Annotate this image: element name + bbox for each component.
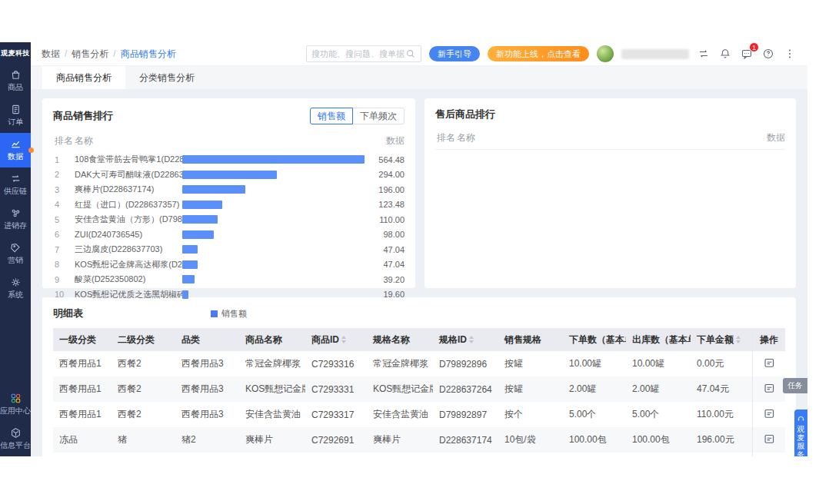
table-cell: 常冠金牌椰浆: [239, 351, 305, 376]
legend-swatch: [211, 310, 218, 317]
product-name: 108食堂带筋去骨鸭掌1(D228637144): [75, 154, 182, 165]
rank-number: 7: [53, 245, 75, 254]
breadcrumb-item[interactable]: 销售分析: [72, 48, 108, 61]
promo-button[interactable]: 新功能上线，点击查看: [488, 46, 589, 61]
sidebar-item-info-platform-hexagon[interactable]: 信息平台: [0, 422, 31, 456]
product-name: 红提（进口）(D228637357): [75, 199, 182, 211]
table-header-cell[interactable]: 下单数（基本单位）: [563, 328, 626, 351]
table-row: 西餐用品1西餐2西餐用品3KOS甄想记金牌高达椰浆C7293331KOS甄想记金…: [53, 376, 785, 402]
breadcrumb-separator: /: [65, 48, 67, 59]
search-icon[interactable]: [405, 48, 416, 59]
row-detail-icon[interactable]: [764, 408, 775, 419]
table-cell: 猪: [112, 427, 175, 453]
sidebar-item-label: 商品: [8, 82, 23, 93]
chart-legend[interactable]: 销售额: [53, 308, 405, 320]
sidebar-item-order-file[interactable]: 订单: [0, 98, 31, 133]
chart-row: 9酸菜(D252350802)39.20: [53, 272, 405, 287]
table-cell: 爽棒片: [367, 427, 433, 453]
table-header-cell[interactable]: 规格ID: [433, 328, 498, 351]
message-badge: 1: [749, 42, 759, 52]
table-cell: 西餐2: [112, 376, 175, 402]
switch-account-icon[interactable]: [697, 47, 711, 61]
sort-caret-icon[interactable]: [469, 336, 474, 343]
value-label: 123.48: [365, 200, 405, 209]
app-window: 观麦科技 商品订单数据供应链进销存营销系统应用中心信息平台 数据 / 销售分析 …: [0, 42, 807, 456]
service-float-button[interactable]: 观麦服务: [794, 410, 807, 456]
sidebar-item-system-gear[interactable]: 系统: [0, 271, 31, 306]
help-icon[interactable]: [761, 47, 775, 61]
table-cell: 西餐用品1: [53, 351, 112, 376]
data-chart-icon: [10, 138, 22, 150]
table-cell: 西餐用品1: [53, 402, 112, 427]
rank-number: 9: [53, 275, 75, 284]
table-action-cell: [752, 453, 785, 456]
tab-active[interactable]: 商品销售分析: [42, 66, 125, 89]
table-header-cell: 二级分类: [112, 328, 175, 351]
rank-number: 6: [53, 230, 75, 239]
avatar[interactable]: [597, 45, 614, 62]
guide-button[interactable]: 新手引导: [429, 46, 480, 61]
value-col-label: 数据: [745, 131, 785, 144]
value-label: 19.60: [365, 290, 405, 299]
bar-track: [182, 215, 365, 224]
order-file-icon: [10, 104, 22, 115]
info-platform-hexagon-icon: [10, 427, 22, 439]
chart-row: 7三边腐皮(D228637703)47.04: [53, 242, 405, 257]
row-detail-icon[interactable]: [764, 433, 775, 445]
sidebar-item-goods-bag[interactable]: 商品: [0, 64, 31, 98]
bar-track: [182, 201, 365, 209]
detail-table-panel: 明细表 一级分类二级分类品类商品名称商品ID规格名称规格ID销售规格下单数（基本…: [42, 297, 796, 456]
chart-row: 4红提（进口）(D228637357)123.48: [53, 197, 405, 213]
table-action-cell: [752, 351, 785, 376]
notification-bell-icon[interactable]: [718, 47, 732, 61]
tab-inactive[interactable]: 分类销售分析: [125, 66, 208, 89]
content: 商品销售排行 销售额下单频次 排名 名称 数据 1108食堂带筋去骨鸭掌1(D2…: [31, 89, 807, 456]
sidebar-item-data-chart[interactable]: 数据: [0, 133, 31, 167]
sidebar-nav: 商品订单数据供应链进销存营销系统应用中心信息平台: [0, 64, 31, 456]
table-cell: D228637264: [433, 376, 498, 402]
table-cell: D228637144: [433, 453, 498, 456]
table-header-cell[interactable]: 出库数（基本单位）: [626, 328, 691, 351]
metric-button[interactable]: 下单频次: [352, 108, 405, 124]
table-cell: 47.04元: [691, 376, 752, 402]
sidebar-collapse-handle[interactable]: [28, 148, 34, 153]
table-cell: 564.48元: [691, 453, 752, 456]
table-action-cell: [752, 402, 785, 427]
table-row: 西餐用品1西餐2西餐用品3安佳含盐黄油（方形）C7293317安佳含盐黄油（方形…: [53, 402, 785, 427]
sort-caret-icon[interactable]: [736, 336, 741, 343]
table-cell: 安佳含盐黄油（方形）: [367, 402, 433, 427]
metric-button[interactable]: 销售额: [310, 108, 353, 124]
table-cell: 西餐2: [112, 351, 175, 376]
table-cell: 5.00个: [626, 402, 691, 427]
table-cell: 2.00罐: [563, 376, 626, 402]
top-row: 商品销售排行 销售额下单频次 排名 名称 数据 1108食堂带筋去骨鸭掌1(D2…: [42, 98, 796, 288]
search-input[interactable]: [311, 49, 405, 58]
sort-caret-icon[interactable]: [341, 336, 346, 343]
sidebar-item-marketing-tag[interactable]: 营销: [0, 237, 31, 271]
bar-track: [182, 171, 365, 179]
table-header-cell[interactable]: 下单金额: [691, 328, 752, 351]
row-detail-icon[interactable]: [764, 357, 775, 369]
bar-track: [182, 245, 365, 254]
more-menu-icon[interactable]: [783, 47, 797, 61]
task-float-tab[interactable]: 任务: [783, 378, 807, 393]
divider: [435, 149, 785, 150]
table-cell: 鸭: [112, 453, 175, 456]
message-icon[interactable]: 1: [740, 47, 754, 61]
rank-number: 2: [53, 170, 75, 179]
sidebar-item-inventory-nodes[interactable]: 进销存: [0, 202, 31, 237]
table-cell: 常冠金牌椰浆: [367, 351, 433, 376]
sidebar-item-app-center-grid[interactable]: 应用中心: [0, 387, 31, 422]
rank-number: 3: [53, 185, 75, 194]
breadcrumb-item[interactable]: 数据: [42, 48, 60, 61]
aftersale-list-header: 排名 名称 数据: [435, 131, 785, 144]
bar-track: [182, 230, 365, 239]
table-header-cell[interactable]: 商品ID: [305, 328, 367, 351]
chart-row: 6ZUI(D240736545)98.00: [53, 227, 405, 243]
metric-toggle-group: 销售额下单频次: [310, 108, 405, 124]
row-detail-icon[interactable]: [764, 383, 775, 394]
sidebar-item-supply-arrows[interactable]: 供应链: [0, 167, 31, 202]
table-cell: D79892896: [433, 351, 498, 376]
table-cell: 按罐: [498, 351, 563, 376]
table-cell: 196.00元: [691, 427, 752, 453]
